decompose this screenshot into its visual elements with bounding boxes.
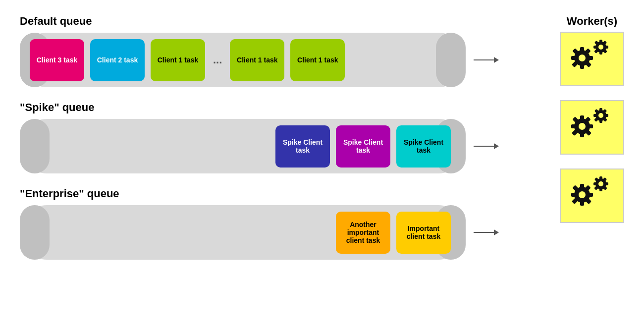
svg-rect-32 xyxy=(599,108,602,112)
worker-box-3 xyxy=(560,168,624,223)
svg-rect-3 xyxy=(580,64,584,69)
svg-rect-12 xyxy=(599,40,602,43)
task-enterprise2: Important client task xyxy=(396,212,451,254)
svg-rect-13 xyxy=(599,51,602,55)
queues-column: Default queue Client 3 task Client 2 tas… xyxy=(20,15,560,260)
svg-rect-55 xyxy=(593,182,597,185)
worker-box-1 xyxy=(560,32,624,86)
gear-icon-3 xyxy=(567,174,617,218)
ellipsis-1: ... xyxy=(211,54,224,66)
svg-rect-42 xyxy=(580,184,584,189)
spike-queue-section: "Spike" queue Spike Client task Spike Cl… xyxy=(20,101,560,173)
default-queue-row: Client 3 task Client 2 task Client 1 tas… xyxy=(20,33,560,87)
arrow-spike xyxy=(474,146,498,147)
worker-box-2 xyxy=(560,100,624,155)
task-spike2: Spike Client task xyxy=(336,125,390,168)
arrow-line-spike xyxy=(474,146,498,147)
workers-section: Worker(s) xyxy=(560,15,624,260)
svg-rect-35 xyxy=(593,114,597,117)
svg-rect-24 xyxy=(588,124,593,128)
task-client3: Client 3 task xyxy=(30,39,84,81)
default-queue-section: Default queue Client 3 task Client 2 tas… xyxy=(20,15,560,87)
arrow-default xyxy=(474,59,498,60)
spike-queue-row: Spike Client task Spike Client task Spik… xyxy=(20,119,560,173)
diagram: Default queue Client 3 task Client 2 tas… xyxy=(0,0,644,275)
svg-rect-14 xyxy=(605,46,608,49)
gear-icon-1 xyxy=(567,37,617,81)
enterprise-queue-section: "Enterprise" queue Another important cli… xyxy=(20,187,560,260)
task-client2: Client 2 task xyxy=(90,39,145,81)
svg-rect-2 xyxy=(580,47,584,52)
svg-rect-5 xyxy=(571,56,576,60)
enterprise-queue-row: Another important client task Important … xyxy=(20,205,560,260)
svg-point-41 xyxy=(579,191,586,198)
workers-title: Worker(s) xyxy=(567,15,617,28)
svg-point-11 xyxy=(598,45,603,50)
task-spike1: Spike Client task xyxy=(275,125,330,168)
default-queue-title: Default queue xyxy=(20,15,560,28)
svg-point-1 xyxy=(579,55,586,61)
task-enterprise1: Another important client task xyxy=(336,212,390,254)
svg-rect-4 xyxy=(588,56,593,60)
svg-rect-33 xyxy=(599,119,602,123)
task-client1c: Client 1 task xyxy=(290,39,345,81)
spike-queue-cylinder: Spike Client task Spike Client task Spik… xyxy=(20,119,466,173)
svg-rect-44 xyxy=(588,193,593,197)
enterprise-queue-cylinder: Another important client task Important … xyxy=(20,205,466,260)
spike-queue-title: "Spike" queue xyxy=(20,101,560,114)
svg-rect-23 xyxy=(580,132,584,137)
svg-point-21 xyxy=(579,123,586,130)
arrow-enterprise xyxy=(474,232,498,233)
default-queue-cylinder: Client 3 task Client 2 task Client 1 tas… xyxy=(20,33,466,87)
task-client1a: Client 1 task xyxy=(151,39,205,81)
arrow-line-enterprise xyxy=(474,232,498,233)
svg-rect-43 xyxy=(580,201,584,206)
svg-point-51 xyxy=(598,181,603,186)
arrow-line-default xyxy=(474,59,498,60)
svg-rect-34 xyxy=(605,114,608,117)
svg-rect-52 xyxy=(599,176,602,180)
svg-rect-45 xyxy=(571,193,576,197)
enterprise-queue-title: "Enterprise" queue xyxy=(20,187,560,200)
task-spike3: Spike Client task xyxy=(396,125,451,168)
svg-point-31 xyxy=(598,113,603,118)
svg-rect-22 xyxy=(580,115,584,120)
svg-rect-54 xyxy=(605,182,608,185)
svg-rect-15 xyxy=(593,46,597,49)
gear-icon-2 xyxy=(567,106,617,149)
task-client1b: Client 1 task xyxy=(230,39,284,81)
svg-rect-53 xyxy=(599,188,602,191)
svg-rect-25 xyxy=(571,124,576,128)
